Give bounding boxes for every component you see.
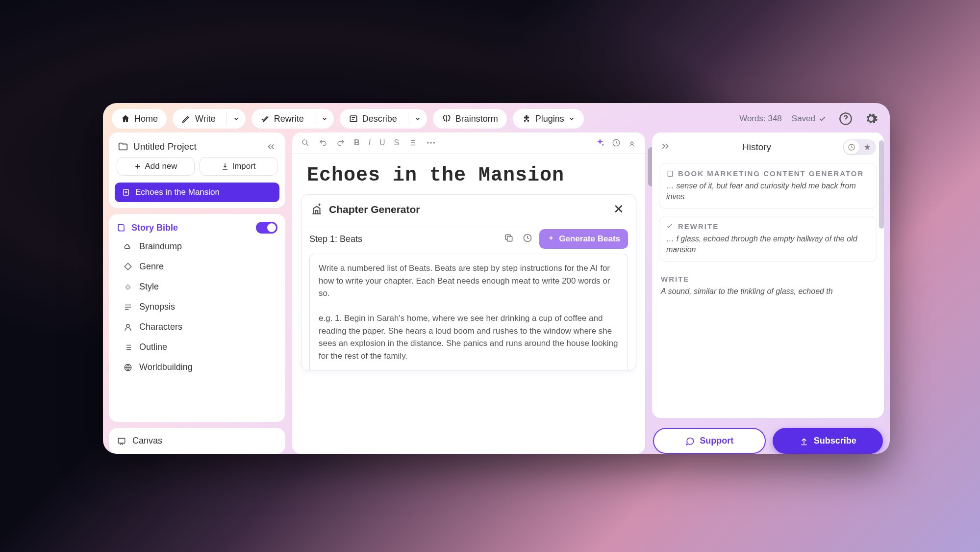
underline-button[interactable]: U (379, 138, 385, 147)
chevrons-right-icon (660, 141, 671, 152)
sidebar-item-style[interactable]: Style (120, 278, 279, 296)
history-recent-tab[interactable] (844, 140, 859, 154)
word-count: Words: 348 (739, 114, 782, 124)
list-button[interactable] (408, 138, 417, 147)
svg-point-3 (126, 324, 129, 327)
story-bible-card: Story Bible Braindump Genre Style (109, 214, 285, 422)
undo-button[interactable] (319, 138, 327, 147)
close-button[interactable]: ✕ (610, 202, 627, 217)
upgrade-icon (799, 436, 809, 446)
gear-icon (864, 112, 878, 126)
person-icon (123, 323, 133, 332)
chevron-down-icon (568, 115, 575, 122)
history-item[interactable]: WRITE A sound, similar to the tinkling o… (659, 269, 877, 303)
history-filter-toggle[interactable] (843, 139, 876, 155)
bold-button[interactable]: B (354, 138, 360, 147)
strike-button[interactable]: S (394, 138, 400, 147)
brainstorm-label: Brainstorm (455, 114, 498, 124)
history-list: BOOK MARKETING CONTENT GENERATOR … sense… (657, 160, 879, 306)
home-icon (121, 114, 130, 124)
story-bible-toggle[interactable] (256, 222, 277, 234)
sidebar-item-braindump[interactable]: Braindump (120, 237, 279, 256)
rewrite-icon (260, 114, 270, 124)
main-toolbar: Home Write Rewrite (103, 103, 890, 132)
bullet-list-icon (408, 138, 417, 147)
tag-icon (123, 263, 133, 271)
plugins-label: Plugins (535, 114, 564, 124)
plus-icon (134, 162, 142, 170)
write-button[interactable]: Write (173, 109, 246, 129)
home-label: Home (134, 114, 158, 124)
history-item[interactable]: REWRITE … f glass, echoed through the em… (659, 216, 877, 262)
help-button[interactable] (836, 109, 855, 129)
sidebar-item-worldbuilding[interactable]: Worldbuilding (120, 358, 279, 376)
add-new-button[interactable]: Add new (117, 157, 195, 176)
list-icon (123, 343, 133, 352)
more-icon (426, 137, 436, 148)
rewrite-button[interactable]: Rewrite (251, 109, 334, 129)
sidebar-item-synopsis[interactable]: Synopsis (120, 298, 279, 316)
book-icon (117, 223, 126, 233)
sidebar-item-genre[interactable]: Genre (120, 258, 279, 276)
undo-icon (319, 138, 327, 147)
import-button[interactable]: Import (200, 157, 277, 176)
copy-button[interactable] (502, 231, 516, 247)
expand-history-button[interactable] (660, 141, 671, 154)
describe-dropdown[interactable] (408, 113, 427, 125)
write-dropdown[interactable] (226, 113, 246, 125)
sidebar-item-characters[interactable]: Characters (120, 318, 279, 336)
rewrite-label: Rewrite (274, 114, 304, 124)
sidebar-item-label: Genre (139, 262, 164, 272)
search-button[interactable] (301, 138, 310, 147)
history-item[interactable]: BOOK MARKETING CONTENT GENERATOR … sense… (659, 163, 877, 209)
canvas-label: Canvas (132, 436, 162, 446)
svg-rect-5 (118, 438, 125, 443)
chapter-generator-panel: Chapter Generator ✕ Step 1: Beats Genera… (301, 194, 636, 370)
subscribe-label: Subscribe (814, 436, 856, 446)
settings-button[interactable] (861, 109, 881, 129)
beats-textarea[interactable]: Write a numbered list of Beats. Beats ar… (309, 254, 628, 370)
generate-beats-button[interactable]: Generate Beats (539, 229, 628, 249)
check-icon (818, 115, 826, 123)
svg-rect-11 (507, 237, 512, 241)
italic-button[interactable]: I (369, 138, 371, 147)
add-new-label: Add new (145, 161, 177, 171)
editor-toolbar: B I U S (292, 132, 645, 154)
plugins-button[interactable]: Plugins (513, 109, 584, 129)
chat-icon (685, 436, 695, 446)
home-button[interactable]: Home (112, 109, 167, 129)
canvas-button[interactable]: Canvas (109, 428, 285, 454)
redo-button[interactable] (336, 138, 345, 147)
sidebar-item-outline[interactable]: Outline (120, 338, 279, 356)
document-item[interactable]: Echoes in the Mansion (115, 183, 279, 202)
brainstorm-button[interactable]: Brainstorm (433, 109, 507, 129)
sidebar-item-label: Style (139, 282, 159, 292)
rewrite-dropdown[interactable] (315, 113, 334, 125)
subscribe-button[interactable]: Subscribe (773, 428, 883, 454)
sidebar-item-label: Characters (139, 322, 182, 332)
clock-icon (612, 138, 621, 147)
history-item-snippet: A sound, similar to the tinkling of glas… (661, 286, 870, 297)
book-icon (666, 170, 674, 178)
folder-icon (118, 141, 128, 152)
collapse-button[interactable] (628, 138, 636, 147)
download-icon (221, 162, 229, 170)
sparkle-icon (547, 235, 555, 243)
plugins-icon (522, 114, 531, 124)
collapse-sidebar-button[interactable] (266, 141, 276, 152)
page-title[interactable]: Echoes in the Mansion (292, 154, 645, 194)
svg-point-8 (430, 142, 432, 144)
ai-button[interactable] (595, 138, 605, 148)
more-button[interactable] (426, 137, 586, 148)
history-starred-tab[interactable] (859, 140, 875, 154)
svg-point-7 (427, 142, 429, 144)
describe-button[interactable]: Describe (340, 109, 427, 129)
history-scrollbar[interactable] (879, 140, 884, 229)
support-button[interactable]: Support (653, 428, 766, 454)
saved-status: Saved (792, 114, 826, 124)
history-button[interactable] (612, 138, 621, 147)
history-step-button[interactable] (521, 231, 534, 247)
generator-icon (310, 203, 323, 216)
sidebar-item-label: Outline (139, 342, 167, 352)
history-column: History BOOK MARKETING CONTENT GENERATOR… (652, 132, 884, 454)
